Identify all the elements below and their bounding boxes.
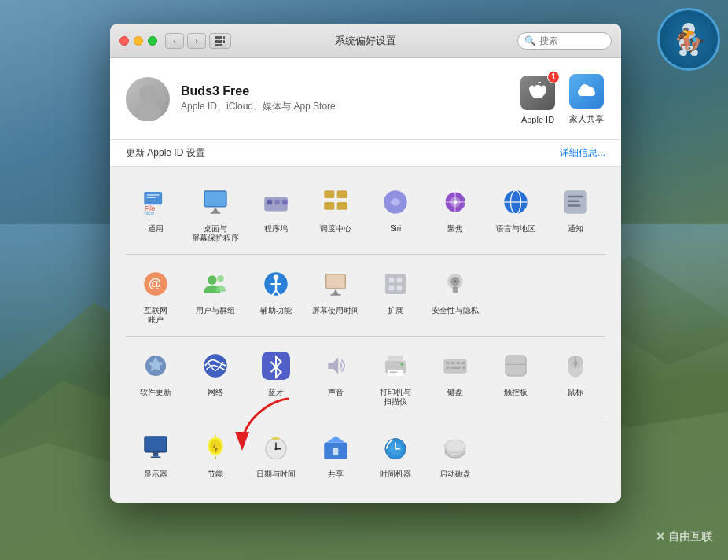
update-text: 更新 Apple ID 设置 bbox=[126, 146, 205, 160]
icon-item-desktop[interactable]: 桌面与 屏幕保护程序 bbox=[186, 179, 245, 248]
row2-grid: @互联网 账户用户与群组辅助功能屏幕使用时间扩展安全性与隐私 bbox=[126, 261, 605, 330]
svg-rect-19 bbox=[144, 192, 162, 204]
icon-label-sharing: 共享 bbox=[328, 470, 344, 479]
icon-item-internet[interactable]: @互联网 账户 bbox=[126, 261, 186, 330]
icon-item-access[interactable]: 辅助功能 bbox=[246, 261, 306, 330]
icon-item-mouse[interactable]: 鼠标 bbox=[546, 343, 605, 411]
family-sharing-icon-item[interactable]: 家人共享 bbox=[568, 72, 605, 125]
titlebar: ‹ › 系统偏好设置 🔍 bbox=[110, 24, 621, 58]
icon-item-users[interactable]: 用户与群组 bbox=[186, 261, 245, 330]
profile-section: Buds3 Free Apple ID、iCloud、媒体与 App Store… bbox=[110, 58, 621, 140]
icon-item-sharing[interactable]: 共享 bbox=[306, 425, 366, 484]
icon-item-security[interactable]: 安全性与隐私 bbox=[425, 261, 485, 330]
close-button[interactable] bbox=[119, 36, 129, 46]
icon-item-focus[interactable]: 聚焦 bbox=[425, 179, 485, 248]
icon-label-startup: 启动磁盘 bbox=[439, 470, 471, 479]
svg-rect-90 bbox=[506, 356, 526, 376]
icon-item-ext[interactable]: 扩展 bbox=[366, 261, 425, 330]
watermark: ✕ 自由互联 bbox=[656, 530, 712, 544]
svg-point-95 bbox=[573, 360, 577, 366]
divider-3 bbox=[126, 418, 605, 418]
svg-rect-32 bbox=[324, 190, 334, 198]
icon-label-sound: 声音 bbox=[328, 388, 344, 397]
icon-item-timemachine[interactable]: 时间机器 bbox=[366, 425, 425, 484]
back-button[interactable]: ‹ bbox=[165, 33, 184, 49]
svg-point-108 bbox=[274, 448, 277, 450]
svg-rect-20 bbox=[147, 194, 160, 196]
update-link[interactable]: 详细信息... bbox=[560, 146, 605, 160]
icon-label-desktop: 桌面与 屏幕保护程序 bbox=[192, 224, 239, 243]
icon-label-general: 通用 bbox=[148, 224, 164, 234]
icon-item-siri[interactable]: Siri bbox=[366, 179, 425, 248]
icon-label-internet: 互联网 账户 bbox=[144, 306, 167, 325]
icon-box-network bbox=[197, 348, 233, 384]
icon-box-security bbox=[437, 266, 473, 302]
apple-id-icon-item[interactable]: 1 Apple ID bbox=[519, 74, 557, 124]
icon-item-datetime[interactable]: 日期与时间 bbox=[246, 425, 306, 484]
icon-item-general[interactable]: FileNew通用 bbox=[126, 179, 186, 248]
forward-button[interactable]: › bbox=[187, 33, 206, 49]
icon-item-software[interactable]: 软件更新 bbox=[126, 343, 186, 411]
icon-item-notif[interactable]: 通知 bbox=[546, 179, 605, 248]
icon-box-datetime bbox=[258, 429, 294, 466]
brand-rider-icon: 🏇 bbox=[657, 8, 720, 71]
avatar bbox=[126, 77, 170, 121]
icon-item-bluetooth[interactable]: 蓝牙 bbox=[246, 343, 306, 411]
icon-label-software: 软件更新 bbox=[140, 388, 171, 397]
icon-item-apps[interactable]: 程序坞 bbox=[246, 179, 306, 248]
notification-badge: 1 bbox=[547, 71, 560, 83]
icon-item-network[interactable]: 网络 bbox=[186, 343, 245, 411]
user-info: Buds3 Free Apple ID、iCloud、媒体与 App Store bbox=[181, 84, 519, 113]
fullscreen-button[interactable] bbox=[148, 36, 157, 46]
svg-rect-88 bbox=[451, 367, 460, 369]
grid-view-button[interactable] bbox=[209, 33, 231, 49]
icon-box-internet: @ bbox=[138, 266, 174, 302]
search-input[interactable] bbox=[539, 35, 610, 46]
icon-item-display[interactable]: 显示器 bbox=[126, 425, 186, 484]
icon-label-screen_time: 屏幕使用时间 bbox=[312, 306, 359, 315]
icon-box-access bbox=[258, 266, 294, 302]
icon-item-startup[interactable]: 启动磁盘 bbox=[425, 425, 485, 484]
svg-rect-97 bbox=[145, 437, 166, 451]
icon-item-sound[interactable]: 声音 bbox=[306, 343, 366, 411]
icon-label-printer: 打印机与 扫描仪 bbox=[380, 388, 411, 407]
svg-rect-25 bbox=[205, 192, 226, 206]
search-box[interactable]: 🔍 bbox=[517, 32, 612, 50]
minimize-button[interactable] bbox=[134, 36, 143, 46]
svg-rect-34 bbox=[324, 202, 334, 210]
svg-rect-67 bbox=[397, 286, 403, 291]
icon-item-screen_time[interactable]: 屏幕使用时间 bbox=[306, 261, 366, 330]
icon-box-users bbox=[197, 266, 233, 302]
icon-box-desktop bbox=[197, 184, 233, 220]
svg-rect-12 bbox=[215, 40, 219, 43]
svg-point-51 bbox=[208, 275, 217, 284]
svg-rect-48 bbox=[568, 204, 580, 206]
window-title: 系统偏好设置 bbox=[335, 34, 396, 48]
icon-box-keyboard bbox=[437, 348, 473, 384]
svg-rect-79 bbox=[390, 371, 398, 373]
profile-quick-icons: 1 Apple ID 家人共享 bbox=[519, 72, 605, 125]
icon-box-ext bbox=[377, 266, 414, 302]
icon-box-startup bbox=[437, 429, 473, 466]
icon-box-sharing bbox=[318, 429, 354, 466]
svg-rect-60 bbox=[326, 275, 344, 288]
icon-item-printer[interactable]: 打印机与 扫描仪 bbox=[366, 343, 425, 411]
svg-rect-27 bbox=[211, 212, 221, 214]
icon-item-trackpad[interactable]: 触控板 bbox=[486, 343, 546, 411]
icon-item-keyboard[interactable]: 键盘 bbox=[425, 343, 485, 411]
svg-point-54 bbox=[273, 275, 278, 281]
user-desc: Apple ID、iCloud、媒体与 App Store bbox=[181, 100, 519, 113]
svg-point-70 bbox=[454, 280, 457, 282]
apple-id-label: Apple ID bbox=[521, 115, 554, 124]
family-sharing-label: 家人共享 bbox=[569, 113, 604, 125]
update-bar: 更新 Apple ID 设置 详细信息... bbox=[110, 140, 621, 167]
icon-box-software bbox=[138, 348, 174, 384]
icon-box-trackpad bbox=[498, 348, 534, 384]
icon-item-energy[interactable]: 节能 bbox=[186, 425, 245, 484]
svg-rect-15 bbox=[215, 44, 219, 46]
svg-rect-100 bbox=[151, 456, 161, 458]
icon-item-lang[interactable]: 语言与地区 bbox=[486, 179, 546, 248]
icon-item-mission[interactable]: 调度中心 bbox=[306, 179, 366, 248]
svg-rect-21 bbox=[147, 197, 156, 198]
divider-1 bbox=[126, 254, 605, 255]
